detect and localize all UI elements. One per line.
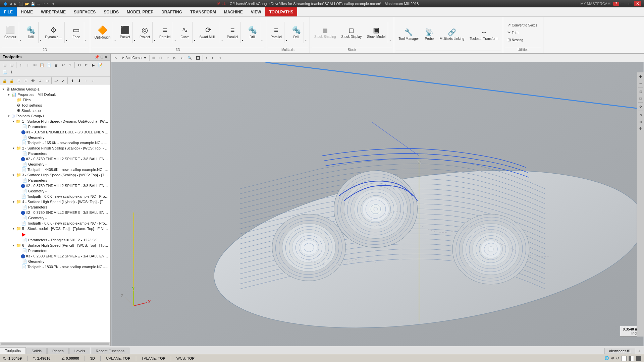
expand-machine[interactable]: ▼	[1, 87, 5, 91]
vp-btn7[interactable]: 🔲	[194, 54, 202, 62]
status-icon-zoom-in[interactable]: ⊕	[611, 356, 614, 360]
ma-parallel-arrow[interactable]: ▾	[284, 22, 288, 43]
ma-drill-arrow[interactable]: ▾	[304, 22, 308, 43]
ma-drill-button[interactable]: 🔩 Drill	[289, 22, 304, 43]
menu-wireframe[interactable]: WIREFRAME	[37, 7, 70, 16]
tp-info[interactable]: ℹ	[8, 69, 15, 75]
convert-5axis-button[interactable]: ↗ Convert to 5-axis	[505, 22, 540, 28]
stock-shading-button[interactable]: ◼ Stock Shading	[312, 22, 338, 43]
tp-paste[interactable]: 📄	[46, 62, 52, 68]
vp-pan[interactable]: ✥	[638, 104, 643, 109]
menu-view[interactable]: VIEW	[247, 7, 265, 16]
tp-copy[interactable]: 📋	[39, 62, 45, 68]
tp-expand[interactable]: ⊕	[15, 77, 22, 84]
tab-levels[interactable]: Levels	[69, 348, 90, 354]
tp-deselect[interactable]: ⊟	[8, 62, 15, 68]
my-mastercam-label[interactable]: MY MASTERCAM	[580, 2, 610, 6]
vp-btn3[interactable]: ↩	[165, 54, 171, 62]
tree-op5-params[interactable]: ▶ 📄 Parameters - Triangles = 50112 - 122…	[0, 237, 110, 243]
autocursor-btn[interactable]: 🖱 AutoCursor ▼	[120, 54, 148, 62]
menu-transform[interactable]: TRANSFORM	[186, 7, 220, 16]
minimize-panel-button[interactable]: ⊟	[100, 55, 103, 59]
probe-button[interactable]: 📡 Probe	[422, 24, 437, 45]
vp-btn4[interactable]: ▷	[172, 54, 178, 62]
tp-group[interactable]: ⊞	[44, 77, 50, 84]
tp-collapse[interactable]: ⊖	[22, 77, 29, 84]
tree-machine-group[interactable]: ▼ 🖥 Machine Group-1	[0, 86, 110, 92]
tree-op3-tool[interactable]: ▶ ⬤ #2 - 0.3750 ENDMILL2 SPHERE - 3/8 BA…	[0, 183, 110, 188]
dynamic-button[interactable]: ⚙ Dynamic ...	[43, 22, 64, 43]
tool-manager-button[interactable]: 🔧 Tool Manager	[396, 24, 421, 45]
contour-button[interactable]: ⬜ Contour	[2, 22, 19, 43]
tp-cut[interactable]: ✂	[32, 62, 38, 68]
tree-op2-geometry[interactable]: ▶ 📄 Geometry -	[0, 162, 110, 167]
vp-btn8[interactable]: ↕	[204, 54, 209, 62]
parallel-button[interactable]: ≡ Parallel	[157, 22, 173, 43]
optirough-button[interactable]: 🔶 OptiRough	[92, 22, 113, 43]
drill-arrow[interactable]: ▾	[38, 22, 42, 43]
status-icon-half[interactable]	[629, 356, 634, 361]
tp-unlock[interactable]: 🔓	[8, 77, 15, 84]
toolbar-undo[interactable]: ↩	[42, 2, 46, 6]
minimize-button[interactable]: ─	[619, 1, 626, 6]
stock-display-button[interactable]: ◻ Stock Display	[339, 22, 364, 43]
tree-tool-settings[interactable]: ▶ ⚙ Tool settings	[0, 103, 110, 108]
nesting-button[interactable]: ⊞ Nesting	[505, 37, 526, 43]
tp-undo[interactable]: ↩	[60, 62, 66, 68]
tp-verify[interactable]: ✓	[60, 77, 66, 84]
tree-op4-geometry[interactable]: ▶ 📄 Geometry -	[0, 215, 110, 221]
menu-file[interactable]: FILE	[0, 7, 17, 16]
toolbar-new[interactable]: ⬛	[18, 2, 23, 6]
toolbar-redo[interactable]: ↪	[46, 2, 50, 6]
tp-post[interactable]: 📝	[97, 62, 104, 68]
toolbar-print[interactable]: 🖨	[36, 2, 41, 6]
tp-lock[interactable]: 🔒	[1, 77, 8, 84]
tp-outdent[interactable]: ←	[90, 77, 97, 84]
toolbar-save[interactable]: 💾	[30, 2, 36, 6]
expand-op4[interactable]: ▼	[12, 200, 16, 204]
tree-op1[interactable]: ▼ 📁 1 - Surface High Speed (Dynamic Opti…	[0, 119, 110, 124]
status-icon-full[interactable]	[636, 356, 641, 361]
vp-cursor-select[interactable]: ↖	[113, 54, 119, 62]
menu-surfaces[interactable]: SURFACES	[70, 7, 100, 16]
tree-op6-params[interactable]: ▶ 📄 Parameters	[0, 248, 110, 253]
vp-btn9[interactable]: ↩	[210, 54, 216, 62]
tree-op1-params[interactable]: ▶ 📄 Parameters	[0, 124, 110, 129]
swarf-arrow[interactable]: ▾	[220, 22, 224, 43]
tab-planes[interactable]: Planes	[47, 348, 69, 354]
project-button[interactable]: ◎ Project	[137, 22, 152, 43]
tree-op4-toolpath[interactable]: ▶ 📄 Toolpath - 0.0K - new scallop exampl…	[0, 221, 110, 226]
menu-home[interactable]: HOME	[17, 7, 37, 16]
tree-op6[interactable]: ▼ 📁 6 - Surface High Speed (Pencil) - [W…	[0, 243, 110, 248]
tab-recent-functions[interactable]: Recent Functions	[91, 348, 130, 354]
tree-op1-tool[interactable]: ▶ ⬤ #1 - 0.3750 ENDMILL3 BULL - 3/8 BULL…	[0, 129, 110, 135]
vp-btn10[interactable]: ↪	[217, 54, 223, 62]
curve-arrow[interactable]: ▾	[192, 22, 196, 43]
tp-select-all[interactable]: ⊞	[1, 62, 8, 68]
tp-toggle-view[interactable]: 👁	[30, 77, 36, 84]
tree-op3-geometry[interactable]: ▶ 📄 Geometry -	[0, 188, 110, 194]
expand-op2[interactable]: ▼	[11, 146, 15, 150]
contour-arrow[interactable]: ▾	[19, 22, 23, 43]
tree-op6-toolpath[interactable]: ▶ 📄 Toolpath - 1830.7K - new scallop exa…	[0, 264, 110, 269]
vp-view1[interactable]: □	[638, 96, 643, 101]
toolbar-open[interactable]: 📂	[24, 2, 30, 6]
menu-solids[interactable]: SOLIDS	[100, 7, 123, 16]
tree-op3-toolpath[interactable]: ▶ 📄 Toolpath - 0.0K - new scallop exampl…	[0, 194, 110, 199]
viewport-canvas[interactable]: X Y Z	[111, 62, 644, 346]
tab-toolpaths[interactable]: Toolpaths	[0, 347, 26, 354]
close-panel-button[interactable]: ✕	[104, 55, 107, 59]
status-icon-globe[interactable]: 🌐	[604, 356, 609, 360]
menu-toolpaths[interactable]: TOOLPATHS	[265, 7, 297, 16]
drill3d-arrow[interactable]: ▾	[260, 22, 264, 43]
face-button[interactable]: ▭ Face	[69, 22, 84, 43]
vp-snap[interactable]: ⊕	[638, 119, 643, 124]
tree-op1-geometry[interactable]: ▶ 📄 Geometry -	[0, 135, 110, 140]
toolbar-more[interactable]: ▼	[51, 2, 56, 6]
tp-arrows-dn[interactable]: ⬇	[76, 77, 83, 84]
optirough-arrow[interactable]: ▾	[113, 22, 117, 43]
expand-op6[interactable]: ▼	[12, 243, 15, 247]
tree-op2-tool[interactable]: ▶ ⬤ #2 - 0.3750 ENDMILL2 SPHERE - 3/8 BA…	[0, 156, 110, 162]
tree-op6-tool[interactable]: ▶ ⬤ #3 - 0.2500 ENDMILL2 SPHERE - 1/4 BA…	[0, 253, 110, 259]
tree-op3-params[interactable]: ▶ 📄 Parameters	[0, 178, 110, 183]
